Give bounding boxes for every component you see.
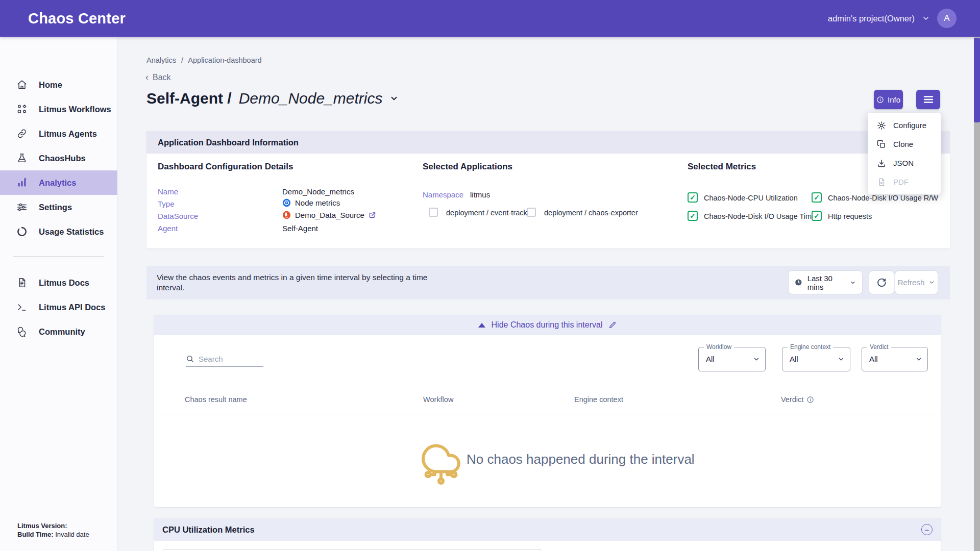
column-chaos-result-name: Chaos result name [185,395,247,404]
chevron-left-icon: ‹ [145,72,149,82]
menu-item-clone[interactable]: Clone [868,135,941,154]
time-range-select[interactable]: Last 30 mins [788,270,863,294]
refresh-now-button[interactable] [869,270,894,294]
sidebar-item-litmus-agents[interactable]: Litmus Agents [0,121,117,146]
hamburger-icon [923,95,934,104]
workflows-icon [16,104,28,115]
checkbox-event-tracker[interactable] [429,208,438,217]
breadcrumb-application-dashboard: Application-dashboard [188,56,261,64]
menu-item-configure[interactable]: Configure [868,116,941,135]
checkbox-disk-io-times[interactable]: ✓ [688,211,698,221]
verdict-filter[interactable]: Verdict All [862,347,928,371]
cloud-empty-icon [421,439,461,486]
node-metrics-icon [282,198,291,207]
external-link-icon[interactable] [369,211,376,219]
breadcrumb-separator: / [181,56,183,64]
sidebar-item-analytics[interactable]: Analytics [0,170,117,195]
namespace-value: litmus [470,190,490,199]
application-dashboard-information-card: Application Dashboard Information Dashbo… [146,131,950,248]
link-icon [16,128,28,139]
chevron-down-icon [928,279,935,286]
sidebar-item-community[interactable]: Community [0,319,117,344]
menu-item-json[interactable]: JSON [868,154,941,172]
top-header-bar: Chaos Center admin's project(Owner) A [0,0,980,37]
dashboard-actions-menu: Configure Clone JSON PDF [868,113,941,194]
document-icon [16,277,28,288]
datasource-label: DataSource [158,212,198,220]
disk-io-times-label: Chaos-Node-Disk I/O Usage Times [704,212,819,220]
refresh-interval-select[interactable]: Refresh [895,270,938,294]
name-label: Name [158,187,178,196]
project-switcher[interactable]: admin's project(Owner) A [828,0,957,37]
info-circle-icon[interactable] [806,396,814,404]
checkbox-http-requests[interactable]: ✓ [812,211,822,221]
cpu-chart-container [162,549,543,551]
sliders-icon [16,202,28,213]
search-input[interactable] [199,355,257,363]
download-icon [877,159,886,168]
time-interval-bar: View the chaos events and metrics in a g… [146,266,950,299]
cpu-metrics-header: CPU Utilization Metrics [154,518,941,541]
sidebar: Home Litmus Workflows Litmus Agents Chao… [0,37,117,551]
chevron-down-icon [753,356,760,363]
file-icon [877,178,886,187]
info-icon [876,96,884,104]
chaos-exporter-label: deployment / chaos-exporter [544,209,638,217]
hide-chaos-toggle[interactable]: Hide Chaos during this interval [154,315,941,335]
type-label: Type [158,199,175,208]
chaos-center-screen: Chaos Center admin's project(Owner) A Ho… [0,0,980,551]
selected-metrics-title: Selected Metrics [688,162,756,172]
dashboard-menu-button[interactable] [916,90,940,109]
chevron-down-icon [850,279,856,286]
selected-applications-title: Selected Applications [423,162,512,172]
breadcrumb: Analytics / Application-dashboard [146,56,265,64]
sidebar-item-home[interactable]: Home [0,72,117,97]
namespace-label: Namespace [423,190,463,199]
sidebar-item-litmus-docs[interactable]: Litmus Docs [0,270,117,295]
name-value: Demo_Node_metrics [282,187,354,196]
app-title: Chaos Center [28,10,126,27]
sidebar-item-usage-statistics[interactable]: Usage Statistics [0,219,117,244]
checkbox-chaos-exporter[interactable] [527,208,536,217]
scrollbar-track[interactable] [974,37,980,551]
dashboard-info-header: Application Dashboard Information [146,131,950,154]
sidebar-item-settings[interactable]: Settings [0,195,117,219]
checkbox-cpu-utilization[interactable]: ✓ [688,192,698,203]
title-chevron-down-icon[interactable] [389,94,399,103]
project-name: admin's project(Owner) [828,14,915,23]
prometheus-icon [282,211,291,219]
cpu-utilization-panel: CPU Utilization Metrics − [154,518,941,551]
cpu-utilization-label: Chaos-Node-CPU Utilization [704,194,798,202]
time-range-value: Last 30 mins [807,274,845,291]
sidebar-item-chaoshubs[interactable]: ChaosHubs [0,146,117,170]
workflow-filter[interactable]: Workflow All [698,347,766,371]
home-icon [16,79,28,90]
pencil-icon[interactable] [608,321,617,329]
column-verdict: Verdict [781,395,814,404]
search-icon [186,355,194,363]
info-button[interactable]: Info [874,90,903,109]
avatar[interactable]: A [937,9,957,28]
chevron-down-icon [838,356,845,363]
menu-item-pdf[interactable]: PDF [868,172,941,191]
gear-icon [877,121,886,130]
checkbox-disk-io-rw[interactable]: ✓ [812,192,822,203]
copy-icon [877,140,886,149]
interval-description: View the chaos events and metrics in a g… [157,272,453,293]
sidebar-item-litmus-workflows[interactable]: Litmus Workflows [0,97,117,121]
usage-icon [16,226,28,237]
scrollbar-thumb[interactable] [974,38,980,122]
table-header-divider [154,415,941,415]
breadcrumb-analytics[interactable]: Analytics [146,56,176,64]
chat-icon [16,326,28,337]
agent-value: Self-Agent [282,224,318,233]
back-link[interactable]: ‹Back [145,72,171,83]
version-info: Litmus Version: Build Time: Invalid date [17,521,89,539]
engine-context-filter[interactable]: Engine context All [782,347,850,371]
sidebar-divider [13,256,104,257]
column-workflow: Workflow [423,395,453,404]
refresh-label: Refresh [898,278,925,287]
sidebar-item-litmus-api-docs[interactable]: Litmus API Docs [0,295,117,319]
collapse-section-button[interactable]: − [921,524,933,535]
bar-chart-icon [16,177,28,188]
